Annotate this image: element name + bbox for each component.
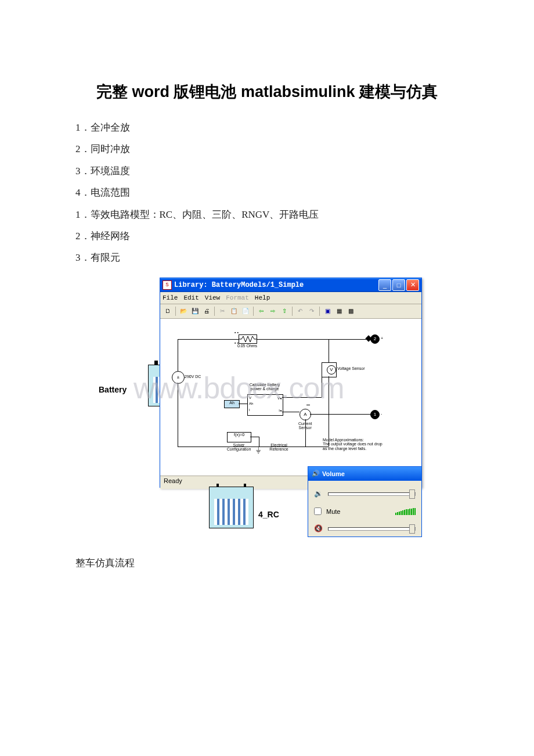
ah-tag: Ah	[224, 400, 240, 408]
solver-label: Solver Configuration	[223, 443, 255, 452]
minimize-button[interactable]: _	[378, 279, 391, 291]
mute-checkbox[interactable]	[314, 507, 322, 515]
close-button[interactable]: ✕	[406, 279, 419, 291]
list-section-a: 1．全冲全放 2．同时冲放 3．环境温度 4．电流范围 1．等效电路模型：RC、…	[75, 117, 459, 269]
page-title: 完整 word 版锂电池 matlabsimulink 建模与仿真	[75, 81, 459, 102]
list-item: 2．神经网络	[75, 225, 459, 247]
ground-icon: ⏚	[256, 445, 261, 454]
scope-icon[interactable]: ▦	[334, 306, 344, 316]
save-icon[interactable]: 💾	[190, 306, 200, 316]
resistor-label: 0.05 Ohms	[236, 344, 259, 348]
list-item: 3．环境温度	[75, 160, 459, 182]
paste-icon[interactable]: 📄	[240, 306, 251, 316]
mute-icon: 🔇	[314, 524, 323, 534]
print-icon[interactable]: 🖨	[201, 306, 212, 316]
list-item: 1．全冲全放	[75, 117, 459, 138]
dc-source-label: 290V DC	[185, 375, 201, 379]
menu-format[interactable]: Format	[226, 294, 249, 301]
list-item: 3．有限元	[75, 247, 459, 268]
window-titlebar: S Library: BatteryModels/1_Simple _ □ ✕	[160, 278, 421, 292]
dc-source: ±	[172, 371, 185, 384]
back-icon[interactable]: ⇦	[256, 306, 266, 316]
embedded-screenshot: www.bdocx.com Battery S Library: Battery…	[75, 278, 459, 545]
battery-label: Battery	[99, 385, 127, 394]
menu-file[interactable]: File	[163, 294, 178, 301]
cut-icon[interactable]: ✂	[217, 306, 228, 316]
calc-label: Calculate battery power & charge	[244, 383, 285, 391]
voltage-sensor-label: Voltage Sensor	[337, 366, 365, 371]
maximize-button[interactable]: □	[392, 279, 405, 291]
list-item: 1．等效电路模型：RC、内阻、三阶、RNGV、开路电压	[75, 204, 459, 225]
up-icon[interactable]: ⇧	[279, 306, 290, 316]
resistor-block	[239, 334, 257, 344]
list-item: 2．同时冲放	[75, 138, 459, 160]
level-meter	[395, 508, 416, 515]
footer-text: 整车仿真流程	[75, 556, 459, 570]
volume-title: 🔊Volume	[308, 467, 421, 481]
approximation-note: Model Approximations: The output voltage…	[323, 438, 410, 451]
lib-icon[interactable]: ▣	[322, 306, 333, 316]
elec-ref-label: Electrical Reference	[266, 443, 292, 452]
balance-slider[interactable]	[328, 527, 416, 531]
toolbar: 🗋 📂 💾 🖨 ✂ 📋 📄 ⇦ ⇨ ⇧ ↶ ↷ ▣ ▦ ▩	[160, 304, 421, 319]
copy-icon[interactable]: 📋	[229, 306, 239, 316]
forward-icon[interactable]: ⇨	[268, 306, 278, 316]
undo-icon[interactable]: ↶	[295, 306, 305, 316]
menu-help[interactable]: Help	[255, 294, 270, 301]
port-minus: 1	[370, 410, 380, 419]
menu-bar: File Edit View Format Help	[160, 292, 421, 304]
volume-slider[interactable]	[328, 492, 416, 496]
current-sensor: A	[300, 409, 311, 420]
port-plus: 2	[370, 334, 380, 344]
volume-panel: 🔊Volume 🔉 Mute 🔇	[308, 466, 422, 537]
rc-block-icon	[209, 487, 254, 528]
model-icon[interactable]: ▩	[345, 306, 356, 316]
rc-label: 4_RC	[258, 510, 279, 519]
list-item: 4．电流范围	[75, 182, 459, 203]
redo-icon[interactable]: ↷	[306, 306, 317, 316]
calc-block: V Ah I V◂ I◂	[247, 394, 283, 416]
mute-label: Mute	[326, 508, 340, 515]
speaker-icon: 🔉	[314, 489, 323, 499]
simulink-window: S Library: BatteryModels/1_Simple _ □ ✕ …	[160, 278, 422, 488]
new-icon[interactable]: 🗋	[163, 306, 173, 316]
app-icon: S	[163, 280, 172, 290]
open-icon[interactable]: 📂	[178, 306, 189, 316]
menu-view[interactable]: View	[205, 294, 220, 301]
window-title: Library: BatteryModels/1_Simple	[174, 281, 378, 289]
diagram-canvas: 0.05 Ohms ▪ ▪ ▪ ▪ 2 + ± 290V DC V Voltag…	[160, 319, 421, 476]
solver-block: f(x)=0	[227, 432, 251, 442]
menu-edit[interactable]: Edit	[183, 294, 199, 301]
voltage-sensor: V	[322, 362, 337, 377]
